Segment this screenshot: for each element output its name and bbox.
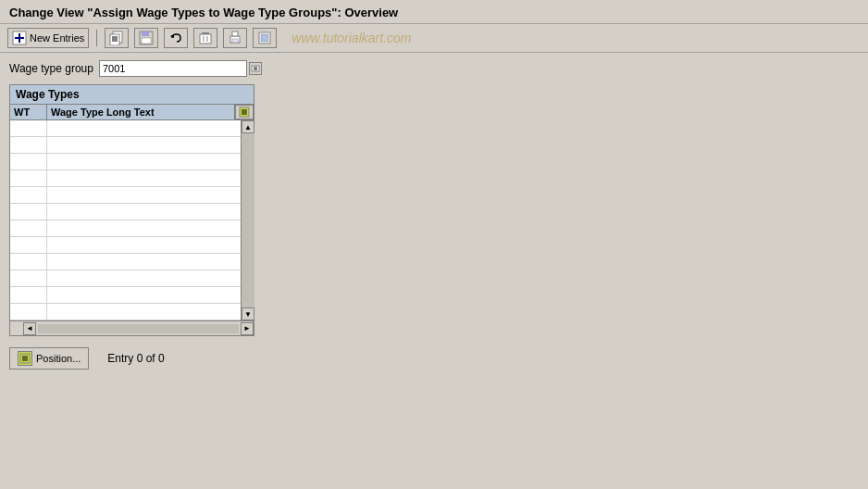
wage-type-group-input[interactable] xyxy=(99,60,247,77)
toolbar-sep-1 xyxy=(96,30,97,46)
toolbar: New Entries xyxy=(0,24,868,53)
cell-wt xyxy=(10,287,47,303)
cell-wt xyxy=(10,187,47,203)
cell-long-text xyxy=(47,270,241,286)
table-row xyxy=(10,120,241,137)
cell-long-text xyxy=(47,154,241,169)
cell-long-text xyxy=(47,254,241,270)
cell-wt xyxy=(10,204,47,219)
table-row xyxy=(10,254,241,270)
cell-wt xyxy=(10,120,47,136)
settings-icon xyxy=(239,107,250,118)
wage-types-table: Wage Types WT Wage Type Long Text xyxy=(9,84,254,336)
cell-long-text xyxy=(47,120,241,136)
svg-rect-10 xyxy=(142,38,151,44)
position-button[interactable]: Position... xyxy=(9,347,89,370)
table-section-header: Wage Types xyxy=(10,85,254,105)
watermark: www.tutorialkart.com xyxy=(291,31,411,45)
cell-wt xyxy=(10,270,47,286)
cell-long-text xyxy=(47,170,241,186)
cell-long-text xyxy=(47,220,241,236)
select-all-button[interactable] xyxy=(253,28,277,48)
cell-long-text xyxy=(47,304,241,320)
copy-button[interactable] xyxy=(105,28,129,48)
cell-wt xyxy=(10,237,47,253)
scroll-up-button[interactable]: ▲ xyxy=(242,120,254,133)
wage-type-group-input-area xyxy=(99,60,262,77)
scroll-track-v xyxy=(242,133,254,307)
table-column-headers: WT Wage Type Long Text xyxy=(10,105,254,120)
table-row xyxy=(10,287,241,304)
content-area: Wage type group Wage Types WT Wage Type … xyxy=(0,53,868,381)
position-icon xyxy=(18,351,32,366)
save-button[interactable] xyxy=(134,28,158,48)
col-settings-icon[interactable] xyxy=(235,105,254,119)
table-row xyxy=(10,170,241,187)
page-title: Change View "Assign Wage Types to Wage T… xyxy=(9,6,859,19)
table-row xyxy=(10,237,241,254)
position-btn-label: Position... xyxy=(36,353,81,364)
new-entries-label: New Entries xyxy=(30,32,84,44)
select-all-icon xyxy=(257,31,272,45)
wage-type-group-lookup-button[interactable] xyxy=(249,62,262,75)
cell-wt xyxy=(10,254,47,270)
bottom-area: Position... Entry 0 of 0 xyxy=(9,344,859,373)
cell-long-text xyxy=(47,137,241,153)
table-body-area: ▲ ▼ xyxy=(10,120,254,320)
undo-button[interactable] xyxy=(164,28,188,48)
table-row xyxy=(10,270,241,287)
new-entries-icon xyxy=(12,31,27,45)
svg-rect-4 xyxy=(110,34,119,45)
cell-wt xyxy=(10,220,47,236)
entry-count-text: Entry 0 of 0 xyxy=(107,352,164,365)
wage-type-group-label: Wage type group xyxy=(9,62,93,75)
scroll-right-button[interactable]: ► xyxy=(241,322,254,335)
table-rows xyxy=(10,120,241,320)
delete-icon xyxy=(198,31,213,45)
print-button[interactable] xyxy=(223,28,247,48)
wage-type-group-row: Wage type group xyxy=(9,60,859,77)
svg-rect-13 xyxy=(202,32,209,34)
table-row xyxy=(10,204,241,220)
cell-long-text xyxy=(47,204,241,219)
scroll-left-button[interactable]: ◄ xyxy=(23,322,36,335)
cell-long-text xyxy=(47,187,241,203)
cell-wt xyxy=(10,170,47,186)
col-header-wt: WT xyxy=(10,105,47,119)
table-row xyxy=(10,187,241,204)
svg-rect-9 xyxy=(142,31,149,36)
new-entries-button[interactable]: New Entries xyxy=(7,28,89,48)
cell-wt xyxy=(10,137,47,153)
col-header-long-text: Wage Type Long Text xyxy=(47,105,235,119)
table-row xyxy=(10,154,241,170)
table-row xyxy=(10,304,241,320)
scroll-down-button[interactable]: ▼ xyxy=(242,307,254,320)
undo-icon xyxy=(168,31,183,45)
save-icon xyxy=(139,31,154,45)
horizontal-scrollbar-area: ◄ ► xyxy=(10,320,254,335)
delete-button[interactable] xyxy=(193,28,217,48)
svg-rect-12 xyxy=(200,34,211,44)
title-bar: Change View "Assign Wage Types to Wage T… xyxy=(0,0,868,24)
cell-wt xyxy=(10,154,47,169)
table-row xyxy=(10,137,241,154)
vertical-scrollbar[interactable]: ▲ ▼ xyxy=(241,120,254,320)
svg-rect-17 xyxy=(232,31,238,36)
cell-wt xyxy=(10,304,47,320)
table-row xyxy=(10,220,241,237)
svg-rect-21 xyxy=(252,66,259,71)
print-icon xyxy=(228,31,242,45)
svg-rect-20 xyxy=(261,34,268,42)
cell-long-text xyxy=(47,237,241,253)
copy-icon xyxy=(109,31,124,45)
scroll-track-h xyxy=(38,324,239,333)
svg-rect-18 xyxy=(232,39,238,43)
cell-long-text xyxy=(47,287,241,303)
lookup-icon xyxy=(251,64,260,73)
